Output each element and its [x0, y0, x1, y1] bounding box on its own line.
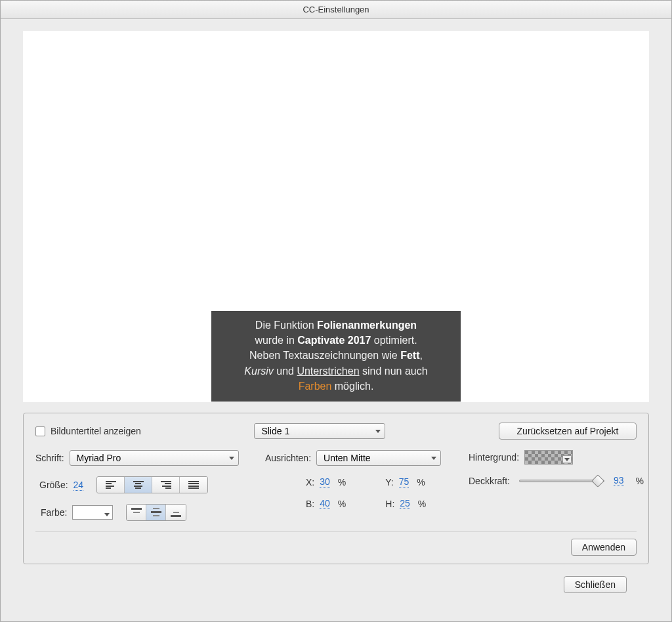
font-label: Schrift: — [35, 453, 64, 463]
h-value[interactable]: 25 — [400, 498, 410, 509]
x-label: X: — [306, 477, 314, 487]
vertical-align-group — [126, 504, 186, 521]
align-left-icon — [106, 481, 116, 489]
background-label: Hintergrund: — [469, 452, 519, 463]
slider-thumb-icon[interactable] — [591, 474, 604, 487]
align-center-icon — [133, 481, 144, 489]
close-button-label: Schließen — [575, 579, 616, 590]
apply-button-label: Anwenden — [582, 542, 625, 552]
caption-preview: Die Funktion Folienanmerkungenwurde in C… — [211, 311, 461, 402]
show-caption-checkbox[interactable] — [35, 426, 45, 436]
chevron-down-icon — [104, 513, 110, 516]
align-justify-icon — [188, 481, 199, 489]
chevron-down-icon — [564, 458, 570, 461]
close-button[interactable]: Schließen — [564, 576, 627, 593]
size-label: Größe: — [39, 480, 68, 490]
valign-bottom-button[interactable] — [166, 505, 186, 520]
align-right-button[interactable] — [152, 477, 180, 493]
position-dropdown-value: Unten Mitte — [324, 453, 371, 463]
align-center-button[interactable] — [125, 477, 152, 493]
valign-middle-icon — [151, 508, 161, 517]
col-position: Ausrichten: Unten Mitte X: 30% Y: 75% B:… — [265, 450, 462, 509]
valign-top-button[interactable] — [127, 505, 146, 520]
slide-dropdown[interactable]: Slide 1 — [254, 423, 385, 439]
valign-top-icon — [131, 508, 142, 517]
chevron-down-icon — [375, 430, 381, 433]
opacity-slider[interactable] — [519, 480, 604, 482]
color-label: Farbe: — [41, 507, 67, 518]
align-left-button[interactable] — [97, 477, 125, 493]
settings-panel: Bilduntertitel anzeigen Slide 1 Zurückse… — [23, 413, 649, 564]
col-font: Schrift: Myriad Pro Größe: 24 — [35, 450, 259, 521]
show-caption-label: Bilduntertitel anzeigen — [51, 426, 141, 436]
font-dropdown-value: Myriad Pro — [77, 453, 121, 463]
text-align-group — [96, 476, 208, 493]
reset-button-label: Zurücksetzen auf Projekt — [517, 426, 619, 436]
y-label: Y: — [385, 477, 393, 487]
size-value[interactable]: 24 — [74, 480, 84, 491]
y-value[interactable]: 75 — [399, 476, 410, 487]
col-background: Hintergrund: Deckkraft: 93% — [469, 450, 644, 486]
chevron-down-icon — [229, 457, 234, 460]
opacity-label: Deckkraft: — [469, 476, 510, 486]
dialog-body: Die Funktion Folienanmerkungenwurde in C… — [1, 19, 671, 621]
apply-button[interactable]: Anwenden — [571, 539, 637, 556]
opacity-value[interactable]: 93 — [614, 475, 624, 486]
valign-middle-button[interactable] — [146, 505, 166, 520]
position-dropdown[interactable]: Unten Mitte — [316, 450, 441, 466]
background-swatch[interactable] — [524, 450, 573, 465]
align-right-icon — [161, 481, 171, 489]
slide-dropdown-value: Slide 1 — [261, 426, 289, 436]
text-color-swatch[interactable] — [72, 505, 113, 520]
h-label: H: — [385, 499, 394, 509]
b-label: B: — [306, 499, 314, 509]
separator — [35, 531, 637, 532]
font-dropdown[interactable]: Myriad Pro — [70, 450, 239, 466]
show-caption-checkbox-row[interactable]: Bilduntertitel anzeigen — [35, 426, 141, 436]
reset-button[interactable]: Zurücksetzen auf Projekt — [499, 423, 637, 440]
align-label: Ausrichten: — [265, 453, 311, 463]
preview-area: Die Funktion Folienanmerkungenwurde in C… — [23, 31, 649, 402]
align-justify-button[interactable] — [180, 477, 207, 493]
chevron-down-icon — [431, 457, 436, 460]
b-value[interactable]: 40 — [320, 498, 330, 509]
x-value[interactable]: 30 — [320, 476, 330, 487]
cc-settings-window: CC-Einstellungen Die Funktion Folienanme… — [0, 0, 672, 622]
valign-bottom-icon — [171, 508, 181, 517]
titlebar: CC-Einstellungen — [1, 1, 671, 19]
